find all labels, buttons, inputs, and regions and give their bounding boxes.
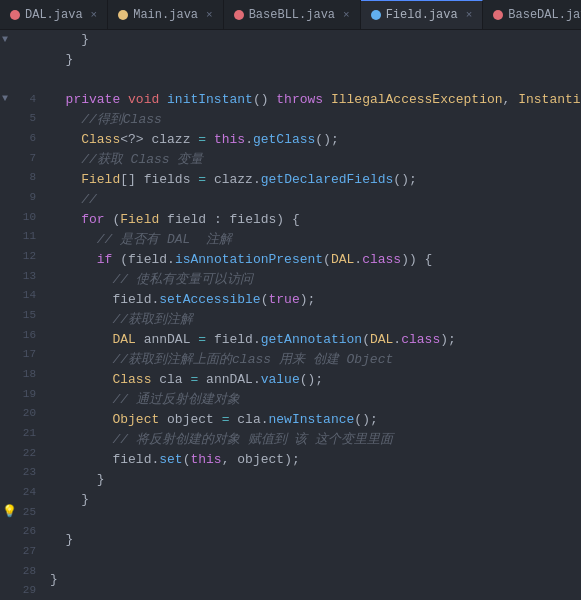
code-line-13: // 使私有变量可以访问 [50,270,573,290]
gutter-row-16: 16 [0,325,42,345]
gutter-row-27: 27 [0,541,42,561]
code-line-25 [50,510,573,530]
gutter-row-1: ▼ [0,30,42,50]
gutter-row-28: 28 [0,561,42,581]
code-line-14: field.setAccessible(true); [50,290,573,310]
tab-close-basebll[interactable]: × [343,9,350,21]
code-line-26: } [50,530,573,550]
fold-icon-4: ▼ [2,93,8,104]
tab-icon-field [371,10,381,20]
tab-close-field[interactable]: × [466,9,473,21]
code-line-18: Class cla = annDAL.value(); [50,370,573,390]
gutter-row-23: 23 [0,462,42,482]
tab-basebll[interactable]: BaseBLL.java × [224,0,361,30]
code-line-17: //获取到注解上面的class 用来 创建 Object [50,350,573,370]
gutter-row-24: 24 [0,482,42,502]
code-line-1: } [50,30,573,50]
code-line-15: //获取到注解 [50,310,573,330]
gutter-row-21: 21 [0,423,42,443]
gutter-row-20: 20 [0,403,42,423]
gutter-row-4: ▼ 4 [0,89,42,109]
gutter-row-14: 14 [0,286,42,306]
code-line-7: //获取 Class 变量 [50,150,573,170]
gutter-row-6: 6 [0,128,42,148]
gutter-row-3 [0,69,42,89]
tab-icon-basebll [234,10,244,20]
tab-basedal[interactable]: BaseDAL.java × [483,0,581,30]
gutter-row-17: 17 [0,345,42,365]
gutter-row-11: 11 [0,227,42,247]
gutter-row-10: 10 [0,207,42,227]
code-line-9: // [50,190,573,210]
fold-icon-1: ▼ [2,34,8,45]
tab-label-main: Main.java [133,8,198,22]
code-line-3 [50,70,573,90]
gutter-row-9: 9 [0,187,42,207]
tab-icon-dal [10,10,20,20]
gutter-row-26: 26 [0,521,42,541]
code-line-4: private void initInstant() throws Illega… [50,90,573,110]
code-line-16: DAL annDAL = field.getAnnotation(DAL.cla… [50,330,573,350]
bulb-icon: 💡 [2,504,17,519]
code-line-2: } [50,50,573,70]
tab-close-main[interactable]: × [206,9,213,21]
gutter-row-8: 8 [0,168,42,188]
tab-bar: DAL.java × Main.java × BaseBLL.java × Fi… [0,0,581,30]
tab-close-dal[interactable]: × [91,9,98,21]
code-line-11: // 是否有 DAL 注解 [50,230,573,250]
tab-field[interactable]: Field.java × [361,0,484,30]
code-line-10: for (Field field : fields) { [50,210,573,230]
gutter-row-18: 18 [0,364,42,384]
gutter-row-29: 29 [0,580,42,600]
gutter-row-2 [0,50,42,70]
code-line-12: if (field.isAnnotationPresent(DAL.class)… [50,250,573,270]
code-line-28: } [50,570,573,590]
code-line-20: Object object = cla.newInstance(); [50,410,573,430]
gutter-row-22: 22 [0,443,42,463]
code-line-6: Class<?> clazz = this.getClass(); [50,130,573,150]
gutter: ▼ ▼ 4 5 6 7 8 9 10 11 [0,30,42,600]
code-area: ▼ ▼ 4 5 6 7 8 9 10 11 [0,30,581,600]
tab-label-dal: DAL.java [25,8,83,22]
tab-dal[interactable]: DAL.java × [0,0,108,30]
code-line-21: // 将反射创建的对象 赋值到 该 这个变里里面 [50,430,573,450]
gutter-row-12: 12 [0,246,42,266]
code-line-5: //得到Class [50,110,573,130]
gutter-row-25-bulb: 💡 25 [0,502,42,522]
tab-label-field: Field.java [386,8,458,22]
code-line-19: // 通过反射创建对象 [50,390,573,410]
tab-main[interactable]: Main.java × [108,0,223,30]
tab-label-basedal: BaseDAL.java [508,8,581,22]
tab-icon-basedal [493,10,503,20]
code-content[interactable]: } } private void initInstant() throws Il… [42,30,581,600]
gutter-row-7: 7 [0,148,42,168]
gutter-row-19: 19 [0,384,42,404]
gutter-row-13: 13 [0,266,42,286]
gutter-row-15: 15 [0,305,42,325]
tab-label-basebll: BaseBLL.java [249,8,335,22]
code-line-23: } [50,470,573,490]
code-line-8: Field[] fields = clazz.getDeclaredFields… [50,170,573,190]
gutter-row-5: 5 [0,109,42,129]
code-line-24: } [50,490,573,510]
code-line-27 [50,550,573,570]
tab-icon-main [118,10,128,20]
code-line-22: field.set(this, object); [50,450,573,470]
